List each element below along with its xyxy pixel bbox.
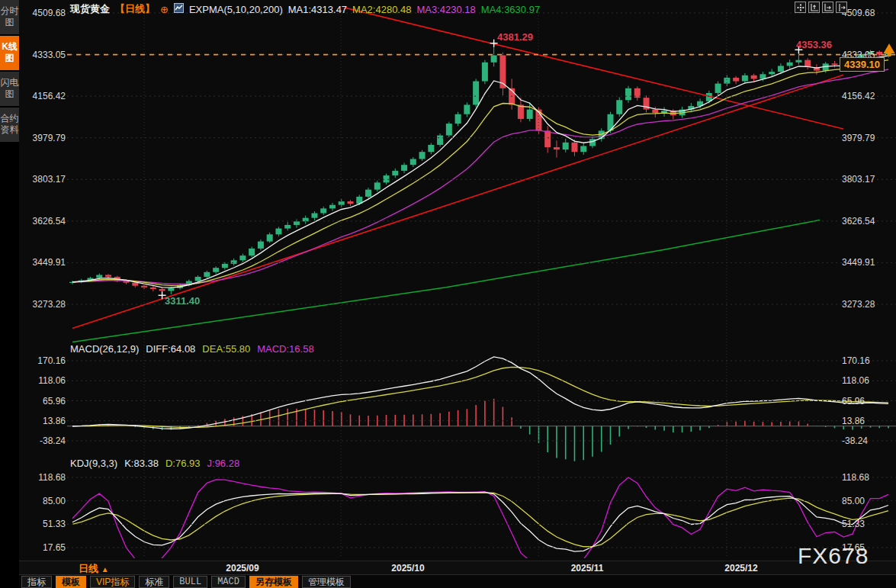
y-axis-tick: 3626.54	[21, 216, 66, 227]
fx678-watermark: FX678	[798, 543, 869, 569]
main-chart-canvas[interactable]	[0, 0, 896, 588]
y-axis-tick: 3803.17	[21, 174, 66, 185]
y-axis-tick: 65.96	[21, 396, 66, 406]
y-axis-tick: 118.68	[21, 472, 66, 483]
shift-right-icon[interactable]	[836, 2, 847, 13]
sidebar-tab-time-chart[interactable]: 分时图	[0, 0, 19, 34]
tab-macd[interactable]: MACD	[211, 576, 246, 588]
peak-price-label: 4381.29	[497, 31, 533, 43]
x-axis-scale-icon[interactable]	[822, 2, 833, 13]
x-axis-row: 日线 ▲ 2025/092025/102025/112025/12	[0, 561, 896, 574]
kdj-j-value: J:96.28	[207, 458, 240, 469]
y-axis-tick: 85.00	[842, 496, 894, 506]
x-axis-month-label: 2025/10	[391, 563, 424, 574]
tab-indicators[interactable]: 指标	[21, 576, 52, 588]
x-axis-month-label: 2025/11	[571, 563, 604, 574]
indicator-name: EXPMA(5,10,20,200)	[189, 4, 283, 15]
macd-hist-value: MACD:16.58	[257, 343, 313, 355]
kdj-k-value: K:83.38	[124, 458, 159, 469]
crosshair-icon[interactable]	[795, 2, 806, 13]
add-indicator-icon[interactable]: ⊕	[160, 4, 169, 15]
macd-title: MACD(26,12,9)	[70, 343, 139, 355]
y-axis-tick: 3979.79	[21, 133, 66, 143]
recent-high-label: 4353.36	[796, 39, 832, 50]
y-axis-tick: 13.86	[842, 416, 894, 426]
y-axis-scale-icon[interactable]	[808, 2, 820, 13]
y-axis-tick: 3273.28	[842, 299, 894, 310]
macd-diff-value: DIFF:64.08	[146, 343, 195, 355]
y-axis-tick: -38.24	[842, 435, 894, 446]
y-axis-tick: 13.86	[21, 416, 66, 426]
sidebar-tab-kline-chart[interactable]: K线图	[0, 36, 19, 70]
y-axis-tick: 3449.91	[842, 257, 894, 268]
tab-manage-template[interactable]: 管理模板	[302, 576, 351, 588]
y-axis-tick: 85.00	[21, 496, 66, 506]
y-axis-tick: 118.06	[21, 375, 66, 386]
tab-bull[interactable]: BULL	[173, 576, 207, 588]
y-axis-tick: 17.65	[21, 542, 66, 553]
y-axis-tick: 4156.42	[21, 91, 66, 101]
chart-toolbar	[795, 2, 847, 13]
sidebar: 分时图 K线图 闪电图 合约资料	[0, 0, 19, 588]
y-axis-tick: 3449.91	[21, 257, 66, 268]
tab-template[interactable]: 模板	[56, 576, 86, 588]
low-price-label: 3311.40	[165, 295, 200, 307]
kdj-panel-title: KDJ(9,3,3) K:83.38 D:76.93 J:96.28	[70, 458, 239, 469]
macd-panel-title: MACD(26,12,9) DIFF:64.08 DEA:55.80 MACD:…	[70, 343, 314, 355]
macd-dea-value: DEA:55.80	[202, 343, 250, 355]
period-tag[interactable]: 【日线】	[115, 2, 155, 16]
y-axis-tick: 3273.28	[21, 299, 66, 310]
y-axis-tick: 4333.05	[21, 50, 66, 60]
tab-vip-indicators[interactable]: VIP指标	[90, 576, 135, 588]
last-price-badge: 4339.10	[840, 57, 885, 72]
mini-chart-icon	[174, 3, 184, 15]
y-axis-tick: 170.16	[21, 355, 66, 366]
y-axis-tick: 118.06	[842, 375, 894, 386]
sidebar-tab-contract-info[interactable]: 合约资料	[0, 108, 19, 142]
symbol-name: 现货黄金	[70, 2, 110, 16]
y-axis-tick: 118.68	[842, 472, 894, 483]
bottom-toolbar: 指标 模板 VIP指标 标准 BULL MACD 另存模板 管理模板	[19, 574, 896, 588]
chevron-up-icon: ▲	[101, 565, 109, 574]
app-window: 分时图 K线图 闪电图 合约资料 现货黄金 【日线】 ⊕ EXPMA(5,10,…	[0, 0, 896, 588]
y-axis-tick: 3803.17	[842, 174, 894, 185]
kdj-title: KDJ(9,3,3)	[70, 458, 117, 469]
y-axis-tick: 51.33	[21, 519, 66, 529]
ma1-value: MA1:4313.47	[288, 4, 347, 15]
chart-header: 现货黄金 【日线】 ⊕ EXPMA(5,10,20,200) MA1:4313.…	[70, 2, 540, 16]
y-axis-tick: 4156.42	[842, 91, 894, 101]
x-axis-month-label: 2025/09	[226, 563, 259, 574]
y-axis-tick: 3979.79	[842, 133, 894, 143]
y-axis-tick: 4509.68	[842, 8, 894, 18]
y-axis-tick: 65.96	[842, 396, 894, 406]
ma4-value: MA4:3630.97	[481, 4, 540, 15]
y-axis-tick: 3626.54	[842, 216, 894, 227]
sidebar-tab-lightning-chart[interactable]: 闪电图	[0, 72, 19, 106]
tab-save-template[interactable]: 另存模板	[249, 576, 298, 588]
x-axis-month-label: 2025/12	[724, 563, 757, 574]
y-axis-tick: 51.33	[842, 519, 894, 529]
y-axis-tick: -38.24	[21, 435, 66, 446]
ma2-value: MA2:4280.48	[352, 4, 411, 15]
y-axis-tick: 4509.68	[21, 8, 66, 18]
ma3-value: MA3:4230.18	[416, 4, 475, 15]
y-axis-tick: 170.16	[842, 355, 894, 366]
tab-standard[interactable]: 标准	[139, 576, 169, 588]
kdj-d-value: D:76.93	[165, 458, 201, 469]
